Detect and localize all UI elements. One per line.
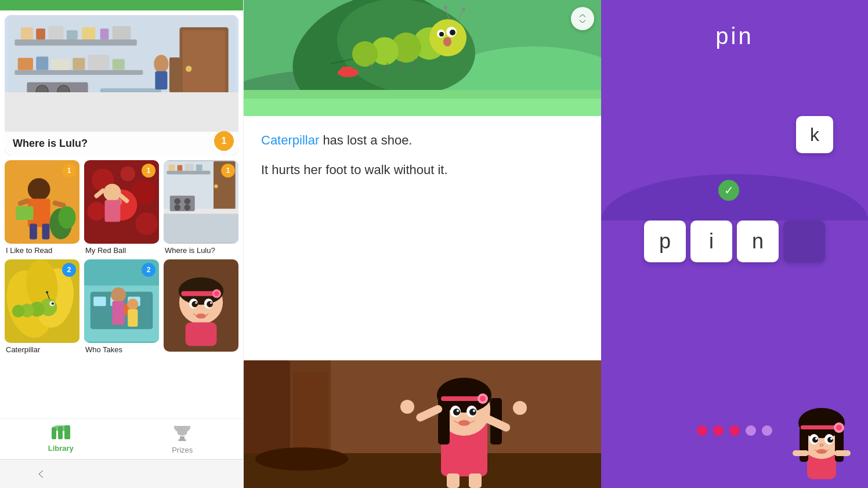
middle-panel: Caterpillar has lost a shoe. It hurts he… [244, 0, 601, 488]
book-card-who-takes[interactable]: 2 [84, 259, 159, 343]
svg-rect-11 [18, 58, 33, 70]
svg-rect-167 [469, 473, 482, 488]
svg-point-102 [207, 301, 213, 308]
svg-point-105 [196, 313, 206, 319]
svg-rect-59 [185, 164, 194, 171]
back-button[interactable] [32, 465, 49, 483]
svg-rect-39 [42, 224, 50, 240]
book-card-6[interactable] [164, 259, 238, 352]
letter-tile-p[interactable]: p [644, 220, 686, 262]
nav-prizes[interactable]: Prizes [122, 419, 244, 459]
svg-rect-4 [36, 28, 45, 39]
svg-point-180 [815, 438, 818, 440]
character-avatar [787, 395, 856, 488]
book-wrapper-4: 2 Caterpillar [5, 259, 79, 354]
featured-book-card[interactable]: Where is Lulu? 1 [5, 15, 238, 156]
book-card-caterpillar[interactable]: 2 [5, 259, 79, 343]
story-sentence-1: Caterpillar has lost a shoe. [261, 130, 584, 150]
left-header-bar [0, 0, 243, 10]
story-sentence-2: It hurts her foot to walk without it. [261, 160, 584, 180]
svg-rect-3 [21, 27, 33, 39]
svg-point-158 [469, 409, 476, 415]
svg-rect-140 [244, 99, 601, 116]
book-badge-who-takes: 2 [142, 263, 155, 277]
svg-point-183 [816, 449, 827, 454]
svg-rect-2 [15, 39, 136, 46]
svg-point-26 [57, 99, 70, 111]
book-wrapper-3: 1 Where is Lulu? [164, 160, 238, 255]
book-label-caterpillar: Caterpillar [5, 345, 79, 354]
home-button[interactable] [113, 465, 130, 483]
svg-point-81 [46, 291, 48, 293]
story-text-area: Caterpillar has lost a shoe. It hurts he… [244, 116, 601, 360]
svg-rect-112 [178, 439, 186, 441]
svg-point-130 [444, 6, 447, 9]
svg-point-91 [127, 298, 138, 309]
svg-point-67 [184, 198, 190, 204]
svg-point-44 [120, 167, 135, 182]
book-wrapper-2: 1 My Red Ball [84, 160, 159, 255]
scroll-button[interactable] [571, 7, 594, 30]
featured-book-badge: 1 [214, 131, 234, 151]
svg-point-101 [191, 301, 198, 308]
svg-rect-37 [16, 206, 33, 220]
svg-rect-5 [48, 26, 63, 39]
svg-rect-28 [106, 93, 128, 109]
svg-point-23 [36, 85, 48, 97]
svg-point-161 [458, 420, 470, 426]
story-image-2 [244, 360, 601, 488]
book-label-who-takes: Who Takes [84, 345, 159, 354]
svg-point-88 [111, 287, 126, 302]
book-card-my-red-ball[interactable]: 1 [84, 160, 159, 244]
book-card-where-lulu[interactable]: 1 [164, 160, 238, 244]
system-nav [0, 459, 243, 488]
svg-rect-89 [112, 301, 125, 325]
letter-tile-n[interactable]: n [737, 220, 779, 262]
letter-tile-blank[interactable] [783, 220, 825, 262]
svg-rect-171 [800, 427, 808, 462]
svg-point-128 [443, 37, 451, 46]
svg-point-30 [154, 55, 168, 73]
book-card-like-to-read[interactable]: 1 [5, 160, 79, 244]
word-display: pin [715, 23, 753, 49]
svg-point-154 [480, 396, 486, 402]
svg-rect-16 [113, 59, 125, 70]
svg-point-66 [174, 198, 180, 204]
highlighted-word[interactable]: Caterpillar [261, 133, 319, 147]
svg-point-79 [52, 302, 54, 305]
dot-3 [729, 425, 740, 436]
svg-point-179 [827, 437, 833, 443]
svg-point-126 [450, 30, 455, 35]
sentence-1-rest: has lost a shoe. [319, 133, 412, 147]
dot-4 [746, 425, 756, 436]
svg-rect-60 [196, 164, 202, 171]
svg-point-49 [135, 212, 158, 235]
library-icon [50, 425, 71, 442]
svg-rect-22 [27, 82, 88, 113]
book-label-my-red-ball: My Red Ball [84, 246, 159, 255]
svg-point-175 [836, 425, 842, 431]
nav-library[interactable]: Library [0, 419, 122, 459]
bottom-nav: Library Prizes [0, 418, 243, 459]
trophy-icon [173, 424, 191, 443]
book-label-like-to-read: I Like to Read [5, 246, 79, 255]
letter-k-card[interactable]: k [796, 116, 833, 153]
book-badge-caterpillar: 2 [62, 263, 76, 277]
svg-point-110 [52, 425, 70, 431]
svg-rect-12 [36, 57, 48, 70]
svg-point-160 [473, 410, 475, 412]
recents-button[interactable] [194, 465, 211, 483]
svg-rect-21 [9, 110, 234, 117]
dot-5 [762, 425, 772, 436]
letter-tile-i[interactable]: i [690, 220, 732, 262]
svg-rect-8 [100, 28, 109, 39]
svg-rect-63 [164, 211, 238, 243]
svg-point-62 [214, 185, 218, 188]
svg-point-33 [28, 178, 50, 201]
svg-rect-150 [438, 398, 450, 444]
svg-rect-184 [793, 450, 809, 456]
right-panel: pin k ✓ p i n [601, 0, 868, 488]
svg-rect-56 [167, 171, 210, 174]
dot-2 [713, 425, 724, 436]
svg-point-164 [400, 400, 414, 414]
